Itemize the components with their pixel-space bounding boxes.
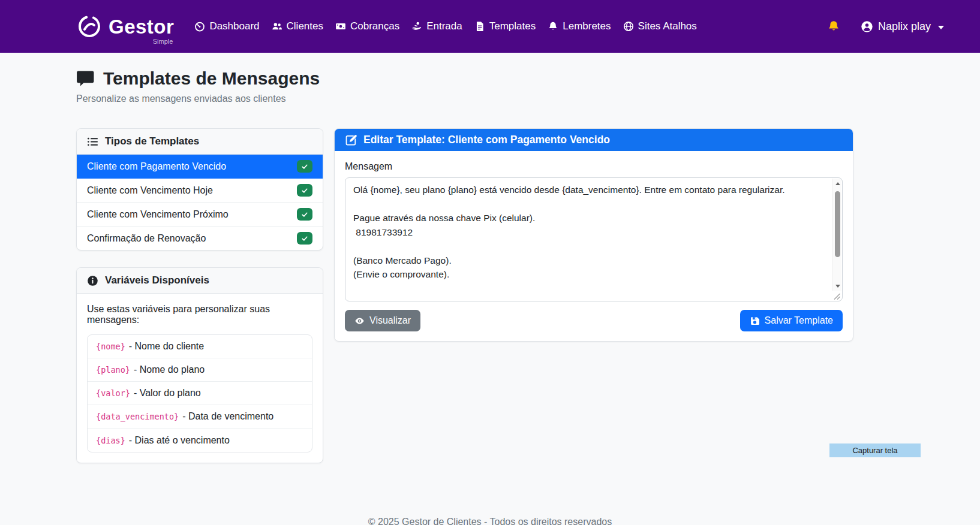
template-item-vencimento-proximo[interactable]: Cliente com Vencimento Próximo — [77, 203, 323, 227]
check-badge — [297, 232, 312, 245]
variable-desc: - Nome do plano — [134, 364, 205, 375]
people-icon — [272, 21, 282, 32]
textarea-scrollbar[interactable] — [832, 179, 841, 291]
brand-name: Gestor — [109, 17, 174, 37]
variable-code: {data_vencimento} — [96, 412, 179, 421]
hand-coin-icon — [411, 21, 422, 32]
gestor-logo-icon — [76, 13, 103, 40]
variables-list: {nome} - Nome do cliente {plano} - Nome … — [87, 334, 312, 452]
brand-logo[interactable]: Gestor Simple — [76, 13, 174, 40]
template-item-vencimento-hoje[interactable]: Cliente com Vencimento Hoje — [77, 179, 323, 203]
variable-desc: - Dias até o vencimento — [129, 435, 230, 446]
nav-item-cobrancas[interactable]: Cobranças — [335, 20, 399, 32]
nav-item-lembretes[interactable]: Lembretes — [548, 20, 611, 32]
navbar-right: Naplix play — [827, 19, 944, 34]
variable-item-data-vencimento: {data_vencimento} - Data de vencimento — [88, 405, 312, 429]
nav-item-dashboard[interactable]: Dashboard — [194, 20, 259, 32]
user-name: Naplix play — [878, 20, 931, 33]
pencil-square-icon — [345, 134, 357, 146]
template-item-label: Cliente com Pagamento Vencido — [87, 161, 226, 172]
template-item-label: Confirmação de Renovação — [87, 233, 206, 244]
editor-title: Editar Template: Cliente com Pagamento V… — [363, 134, 610, 146]
variables-intro: Use estas variáveis para personalizar su… — [87, 304, 312, 325]
brand-subtitle: Simple — [153, 38, 173, 45]
nav-label: Lembretes — [563, 20, 611, 32]
check-badge — [297, 184, 312, 197]
speedometer-icon — [194, 21, 205, 32]
template-types-header: Tipos de Templates — [77, 129, 323, 155]
list-icon — [87, 136, 98, 147]
nav-item-sites-atalhos[interactable]: Sites Atalhos — [623, 20, 697, 32]
cash-icon — [335, 21, 346, 32]
main-content: Templates de Mensagens Personalize as me… — [76, 53, 853, 463]
variables-card: Variáveis Disponíveis Use estas variávei… — [76, 267, 323, 463]
nav-label: Cobranças — [350, 20, 399, 32]
check-icon — [301, 187, 308, 194]
user-menu[interactable]: Naplix play — [861, 20, 944, 33]
variable-code: {dias} — [96, 436, 125, 445]
nav-links: Dashboard Clientes Cobranças Entrada Tem… — [194, 20, 696, 32]
check-icon — [301, 235, 308, 242]
nav-label: Entrada — [426, 20, 462, 32]
nav-label: Sites Atalhos — [638, 20, 697, 32]
notification-bell-icon[interactable] — [827, 19, 840, 34]
check-icon — [301, 211, 308, 218]
preview-button-label: Visualizar — [369, 315, 411, 326]
nav-label: Dashboard — [209, 20, 259, 32]
message-label: Mensagem — [345, 161, 843, 172]
footer-text: © 2025 Gestor de Clientes - Todos os dir… — [0, 517, 980, 525]
template-item-pagamento-vencido[interactable]: Cliente com Pagamento Vencido — [77, 155, 323, 179]
editor-card: Editar Template: Cliente com Pagamento V… — [334, 128, 853, 342]
message-textarea[interactable]: Olá {nome}, seu plano {plano} está venci… — [345, 177, 843, 301]
variable-item-plano: {plano} - Nome do plano — [88, 358, 312, 382]
variable-desc: - Valor do plano — [134, 388, 201, 399]
template-types-card: Tipos de Templates Cliente com Pagamento… — [76, 128, 323, 251]
bell-icon — [548, 21, 558, 32]
check-icon — [301, 163, 308, 170]
variable-code: {valor} — [96, 388, 130, 398]
globe-icon — [623, 21, 634, 32]
chat-bubble-icon — [76, 70, 95, 88]
variable-code: {nome} — [96, 342, 125, 351]
variable-item-dias: {dias} - Dias até o vencimento — [88, 429, 312, 452]
scroll-down-icon[interactable] — [833, 281, 842, 291]
template-item-label: Cliente com Vencimento Hoje — [87, 185, 213, 196]
save-icon — [750, 316, 760, 326]
nav-label: Clientes — [287, 20, 323, 32]
top-navbar: Gestor Simple Dashboard Clientes Cobranç… — [0, 0, 980, 53]
editor-header: Editar Template: Cliente com Pagamento V… — [335, 129, 853, 151]
check-badge — [297, 208, 312, 221]
file-text-icon — [474, 21, 485, 32]
variable-item-nome: {nome} - Nome do cliente — [88, 335, 312, 358]
nav-label: Templates — [489, 20, 536, 32]
variable-desc: - Data de vencimento — [182, 411, 273, 422]
eye-icon — [354, 316, 365, 326]
template-item-label: Cliente com Vencimento Próximo — [87, 209, 229, 220]
capture-screen-button[interactable]: Capturar tela — [829, 443, 921, 457]
template-types-title: Tipos de Templates — [105, 135, 199, 147]
page-header: Templates de Mensagens — [76, 68, 853, 89]
variable-item-valor: {valor} - Valor do plano — [88, 382, 312, 405]
nav-item-entrada[interactable]: Entrada — [411, 20, 462, 32]
check-badge — [297, 160, 312, 173]
scrollbar-thumb[interactable] — [835, 191, 840, 257]
page-title: Templates de Mensagens — [103, 68, 320, 89]
info-circle-icon — [87, 275, 98, 286]
message-text[interactable]: Olá {nome}, seu plano {plano} está venci… — [345, 178, 842, 301]
scroll-up-icon[interactable] — [833, 179, 842, 188]
variables-header: Variáveis Disponíveis — [77, 268, 323, 294]
nav-item-clientes[interactable]: Clientes — [272, 20, 323, 32]
page-subtitle: Personalize as mensagens enviadas aos cl… — [76, 93, 853, 104]
chevron-down-icon — [938, 26, 944, 29]
resize-grip-icon[interactable] — [833, 292, 841, 300]
save-button-label: Salvar Template — [765, 315, 833, 326]
variable-code: {plano} — [96, 365, 130, 375]
person-circle-icon — [861, 20, 873, 33]
template-item-confirmacao-renovacao[interactable]: Confirmação de Renovação — [77, 227, 323, 250]
preview-button[interactable]: Visualizar — [345, 310, 420, 331]
nav-item-templates[interactable]: Templates — [474, 20, 536, 32]
save-template-button[interactable]: Salvar Template — [740, 310, 843, 331]
variable-desc: - Nome do cliente — [129, 341, 204, 352]
variables-title: Variáveis Disponíveis — [105, 274, 209, 286]
